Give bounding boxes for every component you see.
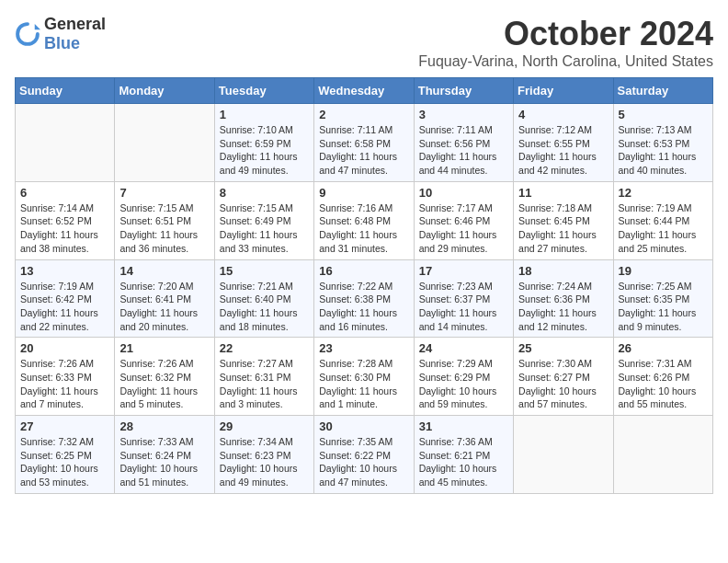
day-number: 21 (119, 341, 209, 355)
day-number: 9 (319, 186, 408, 200)
day-number: 26 (619, 341, 708, 355)
day-info: Sunrise: 7:25 AMSunset: 6:35 PMDaylight:… (619, 280, 708, 334)
page-header: General Blue October 2024 Fuquay-Varina,… (15, 15, 713, 70)
calendar-cell: 12Sunrise: 7:19 AMSunset: 6:44 PMDayligh… (613, 181, 712, 259)
day-info: Sunrise: 7:10 AMSunset: 6:59 PMDaylight:… (220, 123, 309, 178)
calendar-cell: 3Sunrise: 7:11 AMSunset: 6:56 PMDaylight… (414, 104, 513, 182)
calendar-cell: 5Sunrise: 7:13 AMSunset: 6:53 PMDaylight… (613, 104, 712, 182)
logo-general: General (44, 15, 106, 33)
calendar-cell (613, 416, 712, 494)
title-area: October 2024 Fuquay-Varina, North Caroli… (418, 15, 713, 70)
calendar-cell: 16Sunrise: 7:22 AMSunset: 6:38 PMDayligh… (314, 259, 414, 338)
day-info: Sunrise: 7:13 AMSunset: 6:53 PMDaylight:… (619, 123, 708, 178)
logo-blue: Blue (44, 34, 80, 52)
calendar-cell: 23Sunrise: 7:28 AMSunset: 6:30 PMDayligh… (314, 338, 414, 416)
day-number: 11 (518, 186, 608, 200)
month-title: October 2024 (418, 15, 713, 53)
day-info: Sunrise: 7:23 AMSunset: 6:37 PMDaylight:… (419, 280, 508, 334)
calendar-week-row: 20Sunrise: 7:26 AMSunset: 6:33 PMDayligh… (16, 338, 713, 416)
day-info: Sunrise: 7:15 AMSunset: 6:51 PMDaylight:… (119, 201, 209, 256)
location-title: Fuquay-Varina, North Carolina, United St… (418, 53, 713, 70)
day-number: 4 (518, 108, 608, 121)
calendar-cell: 30Sunrise: 7:35 AMSunset: 6:22 PMDayligh… (314, 416, 414, 494)
day-info: Sunrise: 7:28 AMSunset: 6:30 PMDaylight:… (319, 357, 408, 411)
day-number: 17 (419, 264, 508, 278)
day-number: 27 (20, 419, 109, 433)
day-number: 14 (119, 264, 209, 278)
day-number: 10 (419, 186, 508, 200)
calendar-cell: 15Sunrise: 7:21 AMSunset: 6:40 PMDayligh… (214, 259, 313, 338)
day-info: Sunrise: 7:18 AMSunset: 6:45 PMDaylight:… (518, 201, 608, 256)
weekday-header: Tuesday (214, 78, 313, 104)
day-number: 23 (319, 341, 408, 355)
weekday-header: Saturday (613, 78, 712, 104)
day-number: 2 (319, 108, 408, 121)
day-info: Sunrise: 7:34 AMSunset: 6:23 PMDaylight:… (220, 435, 309, 489)
day-number: 30 (319, 419, 408, 433)
calendar-cell (115, 104, 214, 182)
day-info: Sunrise: 7:11 AMSunset: 6:58 PMDaylight:… (319, 123, 408, 178)
calendar-cell: 26Sunrise: 7:31 AMSunset: 6:26 PMDayligh… (613, 338, 712, 416)
calendar-cell: 14Sunrise: 7:20 AMSunset: 6:41 PMDayligh… (115, 259, 214, 338)
logo-text: General Blue (44, 15, 106, 53)
day-info: Sunrise: 7:36 AMSunset: 6:21 PMDaylight:… (419, 435, 508, 489)
day-number: 6 (20, 186, 109, 200)
day-number: 20 (20, 341, 109, 355)
day-info: Sunrise: 7:29 AMSunset: 6:29 PMDaylight:… (419, 357, 508, 411)
calendar-week-row: 1Sunrise: 7:10 AMSunset: 6:59 PMDaylight… (16, 104, 713, 182)
day-info: Sunrise: 7:26 AMSunset: 6:32 PMDaylight:… (119, 357, 209, 411)
day-number: 8 (220, 186, 309, 200)
calendar-cell: 27Sunrise: 7:32 AMSunset: 6:25 PMDayligh… (16, 416, 115, 494)
calendar-cell: 2Sunrise: 7:11 AMSunset: 6:58 PMDaylight… (314, 104, 414, 182)
calendar-cell: 9Sunrise: 7:16 AMSunset: 6:48 PMDaylight… (314, 181, 414, 259)
calendar-cell: 11Sunrise: 7:18 AMSunset: 6:45 PMDayligh… (514, 181, 613, 259)
calendar-week-row: 13Sunrise: 7:19 AMSunset: 6:42 PMDayligh… (16, 259, 713, 338)
day-number: 28 (119, 419, 209, 433)
day-info: Sunrise: 7:32 AMSunset: 6:25 PMDaylight:… (20, 435, 109, 489)
calendar-cell (16, 104, 115, 182)
calendar-cell: 24Sunrise: 7:29 AMSunset: 6:29 PMDayligh… (414, 338, 513, 416)
day-info: Sunrise: 7:11 AMSunset: 6:56 PMDaylight:… (419, 123, 508, 178)
day-number: 1 (220, 108, 309, 121)
calendar-cell: 13Sunrise: 7:19 AMSunset: 6:42 PMDayligh… (16, 259, 115, 338)
day-info: Sunrise: 7:27 AMSunset: 6:31 PMDaylight:… (220, 357, 309, 411)
day-info: Sunrise: 7:19 AMSunset: 6:42 PMDaylight:… (20, 280, 109, 334)
day-number: 15 (220, 264, 309, 278)
weekday-header: Friday (514, 78, 613, 104)
day-number: 3 (419, 108, 508, 121)
calendar-week-row: 27Sunrise: 7:32 AMSunset: 6:25 PMDayligh… (16, 416, 713, 494)
calendar-cell: 21Sunrise: 7:26 AMSunset: 6:32 PMDayligh… (115, 338, 214, 416)
day-info: Sunrise: 7:35 AMSunset: 6:22 PMDaylight:… (319, 435, 408, 489)
day-info: Sunrise: 7:20 AMSunset: 6:41 PMDaylight:… (119, 280, 209, 334)
calendar-cell: 17Sunrise: 7:23 AMSunset: 6:37 PMDayligh… (414, 259, 513, 338)
day-info: Sunrise: 7:17 AMSunset: 6:46 PMDaylight:… (419, 201, 508, 256)
day-number: 31 (419, 419, 508, 433)
day-info: Sunrise: 7:16 AMSunset: 6:48 PMDaylight:… (319, 201, 408, 256)
day-info: Sunrise: 7:22 AMSunset: 6:38 PMDaylight:… (319, 280, 408, 334)
day-info: Sunrise: 7:30 AMSunset: 6:27 PMDaylight:… (518, 357, 608, 411)
day-info: Sunrise: 7:14 AMSunset: 6:52 PMDaylight:… (20, 201, 109, 256)
weekday-header: Wednesday (314, 78, 414, 104)
calendar-cell (514, 416, 613, 494)
day-number: 22 (220, 341, 309, 355)
calendar-cell: 8Sunrise: 7:15 AMSunset: 6:49 PMDaylight… (214, 181, 313, 259)
day-info: Sunrise: 7:12 AMSunset: 6:55 PMDaylight:… (518, 123, 608, 178)
day-info: Sunrise: 7:24 AMSunset: 6:36 PMDaylight:… (518, 280, 608, 334)
day-number: 25 (518, 341, 608, 355)
day-info: Sunrise: 7:15 AMSunset: 6:49 PMDaylight:… (220, 201, 309, 256)
calendar-cell: 25Sunrise: 7:30 AMSunset: 6:27 PMDayligh… (514, 338, 613, 416)
day-info: Sunrise: 7:21 AMSunset: 6:40 PMDaylight:… (220, 280, 309, 334)
calendar-cell: 29Sunrise: 7:34 AMSunset: 6:23 PMDayligh… (214, 416, 313, 494)
calendar-cell: 22Sunrise: 7:27 AMSunset: 6:31 PMDayligh… (214, 338, 313, 416)
weekday-header-row: SundayMondayTuesdayWednesdayThursdayFrid… (16, 78, 713, 104)
day-number: 19 (619, 264, 708, 278)
day-info: Sunrise: 7:19 AMSunset: 6:44 PMDaylight:… (619, 201, 708, 256)
day-number: 12 (619, 186, 708, 200)
weekday-header: Monday (115, 78, 214, 104)
calendar-cell: 19Sunrise: 7:25 AMSunset: 6:35 PMDayligh… (613, 259, 712, 338)
day-info: Sunrise: 7:26 AMSunset: 6:33 PMDaylight:… (20, 357, 109, 411)
weekday-header: Thursday (414, 78, 513, 104)
calendar-cell: 10Sunrise: 7:17 AMSunset: 6:46 PMDayligh… (414, 181, 513, 259)
day-number: 5 (619, 108, 708, 121)
calendar-cell: 1Sunrise: 7:10 AMSunset: 6:59 PMDaylight… (214, 104, 313, 182)
